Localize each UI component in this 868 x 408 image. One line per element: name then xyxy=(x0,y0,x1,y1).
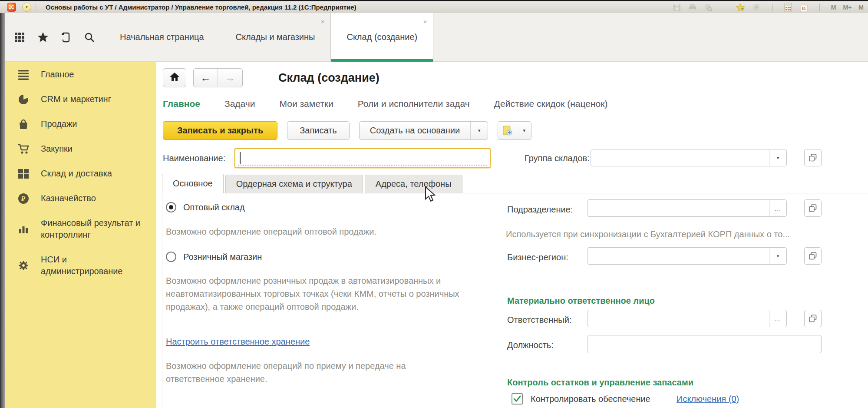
titlebar: 1С ▼ Основы работы с УТ / Администратор … xyxy=(0,0,868,13)
form-nav: Главное Задачи Мои заметки Роли и исполн… xyxy=(163,99,607,109)
ellipsis-button[interactable]: ... xyxy=(769,200,786,216)
nav-tasks[interactable]: Задачи xyxy=(224,99,255,109)
pie-chart-icon xyxy=(17,94,30,105)
calendar-icon[interactable]: 31 xyxy=(799,3,808,12)
division-open-button[interactable] xyxy=(804,199,822,217)
1c-logo-icon: 1С xyxy=(7,3,16,12)
division-label: Подразделение: xyxy=(507,205,573,215)
tab-warehouses[interactable]: Склады и магазины × xyxy=(220,13,331,61)
open-link-icon xyxy=(809,204,817,212)
link-icon[interactable] xyxy=(752,3,761,12)
preview-icon[interactable] xyxy=(704,3,713,12)
save-and-close-button[interactable]: Записать и закрыть xyxy=(163,121,277,140)
save-icon[interactable] xyxy=(673,3,681,12)
tab-addresses[interactable]: Адреса, телефоны xyxy=(365,175,462,193)
nav-notes[interactable]: Мои заметки xyxy=(280,99,333,109)
divider xyxy=(724,3,724,11)
nav-discounts[interactable]: Действие скидок (наценок) xyxy=(494,99,608,109)
division-field[interactable]: ... xyxy=(587,199,787,217)
nav-main[interactable]: Главное xyxy=(163,99,200,109)
cart-icon xyxy=(17,143,30,155)
search-icon[interactable] xyxy=(81,29,98,46)
sidebar-item-main[interactable]: Главное xyxy=(5,62,156,87)
sidebar: Главное CRM и маркетинг Продажи Закупки … xyxy=(5,62,156,408)
history-icon[interactable] xyxy=(57,29,75,46)
form-tabstrip: Основное Ордерная схема и структура Адре… xyxy=(162,174,464,193)
sidebar-item-treasury[interactable]: P Казначейство xyxy=(5,186,156,211)
region-combo[interactable]: ▾ xyxy=(587,247,787,265)
responsible-field[interactable]: ... xyxy=(587,310,787,327)
print-icon[interactable] xyxy=(688,3,697,12)
forward-button[interactable]: → xyxy=(218,69,242,87)
svg-text:31: 31 xyxy=(802,7,806,11)
chevron-down-icon[interactable]: ▾ xyxy=(470,122,488,139)
sidebar-item-finance[interactable]: Финансовый результат и контроллинг xyxy=(5,211,156,247)
wholesale-hint: Возможно оформление операций оптовой про… xyxy=(166,225,496,238)
control-checkbox[interactable] xyxy=(512,393,523,405)
group-label: Группа складов: xyxy=(525,153,590,163)
required-field-underline xyxy=(238,165,487,166)
favorites-icon[interactable] xyxy=(34,29,52,46)
sidebar-item-label: Финансовый результат и контроллинг xyxy=(41,217,153,241)
group-border xyxy=(162,193,868,193)
menu-lines-icon xyxy=(17,70,30,80)
open-link-icon xyxy=(809,153,817,162)
window-left-edge xyxy=(0,0,5,408)
retail-radio-row[interactable]: Розничный магазин xyxy=(166,252,262,262)
sidebar-item-purchases[interactable]: Закупки xyxy=(5,136,156,161)
group-combo[interactable]: ▾ xyxy=(591,149,787,166)
back-button[interactable]: ← xyxy=(194,69,218,87)
storage-settings-link[interactable]: Настроить ответственное хранение xyxy=(166,337,310,347)
retail-radio-label: Розничный магазин xyxy=(183,252,262,262)
close-icon[interactable]: × xyxy=(321,18,325,25)
tab-order-scheme[interactable]: Ордерная схема и структура xyxy=(225,175,363,193)
calculator-icon[interactable] xyxy=(784,3,792,12)
tab-home[interactable]: Начальная страница xyxy=(104,13,220,61)
tab-warehouse-create[interactable]: Склад (создание) × xyxy=(331,13,433,61)
open-link-icon xyxy=(809,314,817,323)
chevron-down-icon[interactable]: ▾ xyxy=(517,122,531,139)
position-input[interactable] xyxy=(587,335,822,353)
main-content: ← → Склад (создание) Главное Задачи Мои … xyxy=(156,62,868,408)
control-checkbox-label[interactable]: Контролировать обеспечение xyxy=(531,394,650,404)
radio-selected-icon[interactable] xyxy=(166,202,176,212)
save-button[interactable]: Записать xyxy=(287,121,349,140)
sections-menu-icon[interactable] xyxy=(11,29,28,46)
report-doc-icon xyxy=(498,125,517,136)
tab-osnovnoe[interactable]: Основное xyxy=(162,174,224,193)
sidebar-item-admin[interactable]: НСИ и администрирование xyxy=(5,247,156,284)
memory-m-button[interactable]: M xyxy=(831,4,836,11)
region-label: Бизнес-регион: xyxy=(507,252,568,262)
group-open-button[interactable] xyxy=(804,149,822,166)
position-label: Должность: xyxy=(507,340,554,350)
reports-button[interactable]: ▾ xyxy=(498,121,531,140)
home-button[interactable] xyxy=(163,68,186,87)
memory-mplus-button[interactable]: M+ xyxy=(843,4,851,11)
exceptions-link[interactable]: Исключения (0) xyxy=(677,394,739,404)
sidebar-item-crm[interactable]: CRM и маркетинг xyxy=(5,87,156,112)
memory-m2-button[interactable]: M xyxy=(858,4,864,11)
create-based-on-button[interactable]: Создать на основании ▾ xyxy=(359,121,488,140)
chevron-down-icon[interactable]: ▾ xyxy=(769,248,786,264)
check-icon xyxy=(513,395,521,403)
responsible-open-button[interactable] xyxy=(804,310,822,327)
ellipsis-button[interactable]: ... xyxy=(769,310,786,327)
responsible-label: Ответственный: xyxy=(507,315,571,325)
main-menu-button[interactable]: ▼ xyxy=(22,3,31,12)
tab-label: Склад (создание) xyxy=(347,32,417,42)
name-input[interactable] xyxy=(234,148,491,168)
wholesale-radio-row[interactable]: Оптовый склад xyxy=(166,202,245,212)
chevron-down-icon[interactable]: ▾ xyxy=(769,149,786,166)
close-icon[interactable]: × xyxy=(423,18,427,25)
page-title: Склад (создание) xyxy=(278,71,380,85)
radio-unselected-icon[interactable] xyxy=(166,252,176,262)
sidebar-item-label: Продажи xyxy=(41,118,77,130)
sidebar-item-sales[interactable]: Продажи xyxy=(5,112,156,136)
sidebar-item-warehouse[interactable]: Склад и доставка xyxy=(5,161,156,186)
region-open-button[interactable] xyxy=(804,247,822,265)
retail-hint: Возможно оформление розничных продаж в а… xyxy=(166,274,496,313)
favorites-star-icon[interactable] xyxy=(736,3,745,12)
nav-roles[interactable]: Роли и исполнители задач xyxy=(358,99,470,109)
command-bar: Записать и закрыть Записать Создать на о… xyxy=(163,121,531,140)
name-label: Наименование: xyxy=(163,153,225,163)
